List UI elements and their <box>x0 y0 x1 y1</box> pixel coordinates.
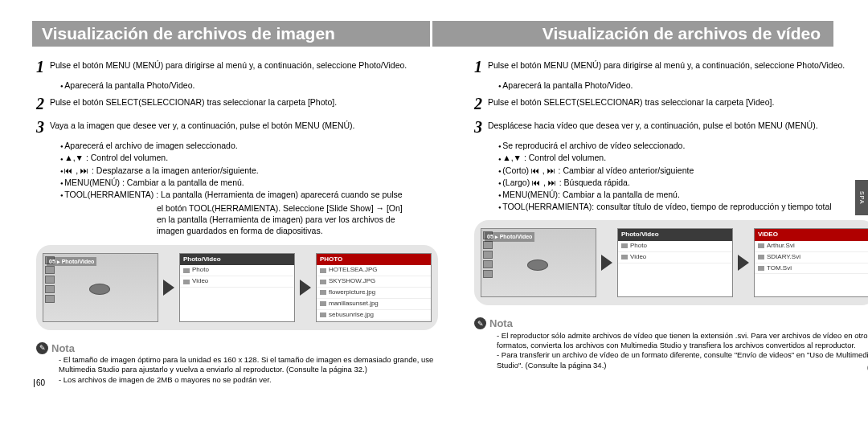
device-screen-main: 05 ▸ Photo/Video <box>43 253 158 322</box>
list-item: Photo <box>180 265 294 276</box>
list-item: Video <box>180 276 294 288</box>
bullet: Aparecerá la pantalla Photo/Video. <box>498 80 868 91</box>
device-screen-files: PHOTO HOTELSEA.JPG SKYSHOW.JPG flowerpic… <box>316 253 432 322</box>
bullet: Se reproducirá el archivo de vídeo selec… <box>498 140 868 151</box>
file-icon <box>320 301 326 306</box>
device-screen-main: 05 ▸ Photo/Video <box>481 228 596 297</box>
step-num-3: 3 <box>36 116 47 138</box>
step-3-bullets: Se reproducirá el archivo de vídeo selec… <box>474 140 868 212</box>
pencil-icon: ✎ <box>474 317 486 329</box>
step-2-text: Pulse el botón SELECT(SELECCIONAR) tras … <box>50 93 428 108</box>
folder-icon <box>621 243 628 248</box>
step-1-bullets: Aparecerá la pantalla Photo/Video. <box>474 80 868 91</box>
bullet: TOOL(HERRAMIENTA): consultar título de v… <box>498 201 868 212</box>
step-1-bullets: Aparecerá la pantalla Photo/Video. <box>36 80 438 91</box>
pencil-icon: ✎ <box>36 342 48 354</box>
step-num-2: 2 <box>474 93 485 115</box>
folder-icon <box>183 268 190 273</box>
list-item: SDIARY.Svi <box>755 252 868 263</box>
list-header: PHOTO <box>317 254 431 266</box>
nota-line: Para transferir un archivo de vídeo de u… <box>497 350 868 370</box>
header-border <box>833 21 836 47</box>
bullet: MENU(MENÚ): Cambiar a la pantalla de men… <box>498 189 868 200</box>
nota-body: El reproductor sólo admite archivos de v… <box>474 331 868 370</box>
step-3: 3 Desplácese hacia vídeo que desea ver y… <box>474 116 868 138</box>
header-bar: Visualización de archivos de imagen Visu… <box>32 21 836 47</box>
nota-line: Los archivos de imagen de 2MB o mayores … <box>59 375 438 385</box>
bullet: Aparecerá la pantalla Photo/Video. <box>60 80 438 91</box>
bullet: ⏮ , ⏭ : Desplazarse a la imagen anterior… <box>60 165 438 176</box>
step-3-extra: en la pantalla (Herramienta de imagen) p… <box>36 214 438 225</box>
title-right: Visualización de archivos de vídeo <box>432 24 830 43</box>
file-icon <box>758 243 764 248</box>
step-3-extra: imagen guardados en forma de diapositiva… <box>36 225 438 236</box>
step-2: 2 Pulse el botón SELECT(SELECCIONAR) tra… <box>474 93 868 115</box>
step-1-text: Pulse el botón MENU (MENÚ) para dirigirs… <box>50 56 428 71</box>
arrow-right-icon <box>163 280 174 296</box>
list-item: manillasunset.jpg <box>317 299 431 310</box>
nota-body: El tamaño de imagen óptimo para la unida… <box>36 355 438 385</box>
step-2-text: Pulse el botón SELECT(SELECCIONAR) tras … <box>488 93 866 108</box>
file-icon <box>320 280 326 284</box>
step-num-1: 1 <box>474 56 485 78</box>
nota-heading: ✎ Nota <box>474 317 868 331</box>
list-header: Photo/Video <box>618 229 732 241</box>
list-item: flowerpicture.jpg <box>317 288 431 299</box>
step-num-1: 1 <box>36 56 47 78</box>
page-left: 1 Pulse el botón MENU (MENÚ) para dirigi… <box>36 56 438 385</box>
step-3-bullets: Aparecerá el archivo de imagen seleccion… <box>36 140 438 200</box>
file-icon <box>320 268 326 273</box>
file-icon <box>320 312 326 317</box>
step-3-extra: el botón TOOL(HERRAMIENTA). Seleccione [… <box>36 202 438 214</box>
folder-icon <box>183 280 190 284</box>
bullet: Aparecerá el archivo de imagen seleccion… <box>60 140 438 151</box>
screen-hdr: 05 ▸ Photo/Video <box>485 232 534 241</box>
photo-thumbnail-icon <box>527 259 548 271</box>
list-header: VIDEO <box>755 229 868 241</box>
bullet: MENU(MENÚ) : Cambiar a la pantalla de me… <box>60 177 438 188</box>
nota-line: El reproductor sólo admite archivos de v… <box>497 331 868 351</box>
list-item: sebusunrise.jpg <box>317 310 431 321</box>
step-1-text: Pulse el botón MENU (MENÚ) para dirigirs… <box>488 56 866 71</box>
photo-thumbnail-icon <box>89 284 110 295</box>
step-1: 1 Pulse el botón MENU (MENÚ) para dirigi… <box>474 56 868 78</box>
arrow-right-icon <box>601 255 612 271</box>
title-left: Visualización de archivos de imagen <box>32 24 430 43</box>
nota-line: El tamaño de imagen óptimo para la unida… <box>59 355 438 375</box>
step-3-text: Desplácese hacia vídeo que desea ver y, … <box>488 116 866 131</box>
step-num-3: 3 <box>474 116 485 138</box>
nota-label: Nota <box>489 317 513 331</box>
list-item: TOM.Svi <box>755 263 868 275</box>
nota-label: Nota <box>51 341 75 356</box>
device-screen-files: VIDEO Arthur.Svi SDIARY.Svi TOM.Svi <box>754 228 868 297</box>
step-3: 3 Vaya a la imagen que desee ver y, a co… <box>36 116 438 138</box>
bullet: (Largo) ⏮ , ⏭ : Búsqueda rápida. <box>498 177 868 188</box>
folder-icon <box>621 255 628 259</box>
bullet: TOOL(HERRAMIENTA) : La pantalla (Herrami… <box>60 189 438 200</box>
device-screen-list: Photo/Video Photo Video <box>617 228 733 297</box>
step-1: 1 Pulse el botón MENU (MENÚ) para dirigi… <box>36 56 438 78</box>
bullet: ▲,▼ : Control del volumen. <box>498 152 868 163</box>
arrow-right-icon <box>738 255 749 271</box>
screenshots-row: 05 ▸ Photo/Video Photo/Video Photo Video… <box>474 220 868 305</box>
step-2: 2 Pulse el botón SELECT(SELECCIONAR) tra… <box>36 93 438 115</box>
nota-heading: ✎ Nota <box>36 341 438 356</box>
screen-hdr: 05 ▸ Photo/Video <box>47 257 96 266</box>
list-item: SKYSHOW.JPG <box>317 276 431 288</box>
screenshots-row: 05 ▸ Photo/Video Photo/Video Photo Video… <box>36 245 438 330</box>
step-3-text: Vaya a la imagen que desee ver y, a cont… <box>50 116 428 131</box>
file-icon <box>758 255 764 259</box>
arrow-right-icon <box>300 280 311 296</box>
device-screen-list: Photo/Video Photo Video <box>179 253 295 322</box>
list-item: HOTELSEA.JPG <box>317 265 431 276</box>
list-item: Video <box>618 252 732 263</box>
bullet: (Corto) ⏮ , ⏭ : Cambiar al vídeo anterio… <box>498 165 868 176</box>
bullet: ▲,▼ : Control del volumen. <box>60 152 438 163</box>
step-num-2: 2 <box>36 93 47 115</box>
page-right: 1 Pulse el botón MENU (MENÚ) para dirigi… <box>474 56 868 370</box>
list-item: Arthur.Svi <box>755 241 868 252</box>
file-icon <box>758 266 764 271</box>
page-number-left: 60 <box>32 378 45 389</box>
list-header: Photo/Video <box>180 254 294 266</box>
file-icon <box>320 290 326 295</box>
